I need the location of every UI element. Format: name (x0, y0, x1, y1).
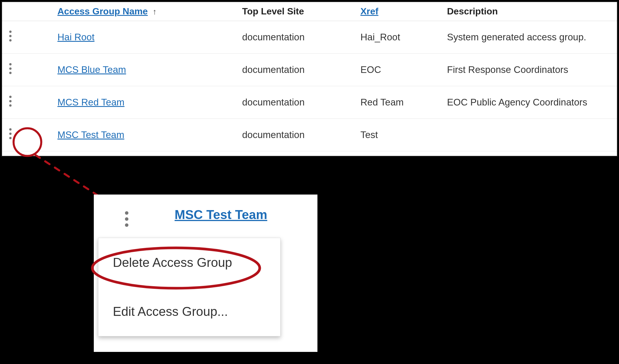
table-row: MCS Blue Team documentation EOC First Re… (2, 54, 617, 86)
table-row: MCS Red Team documentation Red Team EOC … (2, 86, 617, 119)
menu-item-delete-label: Delete Access Group (113, 255, 232, 270)
column-header-xref-label[interactable]: Xref (360, 6, 378, 16)
svg-line-13 (35, 155, 105, 200)
access-groups-table: Access Group Name ↑ Top Level Site Xref … (2, 2, 617, 151)
column-header-name-label[interactable]: Access Group Name (57, 6, 148, 16)
svg-point-16 (125, 223, 128, 227)
access-group-link[interactable]: MCS Blue Team (57, 64, 126, 75)
cell-xref: Red Team (357, 86, 444, 119)
column-header-site[interactable]: Top Level Site (239, 2, 357, 21)
svg-point-0 (9, 31, 12, 33)
cell-description: First Response Coordinators (444, 54, 617, 86)
popup-access-group-link[interactable]: MSC Test Team (175, 208, 267, 222)
svg-point-5 (9, 72, 12, 74)
cell-site: documentation (239, 54, 357, 86)
table-row: Hai Root documentation Hai_Root System g… (2, 21, 617, 54)
more-vertical-icon (9, 128, 12, 139)
column-header-name[interactable]: Access Group Name ↑ (54, 2, 239, 21)
cell-description: EOC Public Agency Coordinators (444, 86, 617, 119)
table-header-row: Access Group Name ↑ Top Level Site Xref … (2, 2, 617, 21)
svg-point-4 (9, 67, 12, 70)
column-header-xref[interactable]: Xref (357, 2, 444, 21)
table-row: MSC Test Team documentation Test (2, 119, 617, 151)
row-actions-popup-panel: MSC Test Team Delete Access Group Edit A… (94, 195, 317, 352)
column-header-description-label: Description (447, 6, 498, 16)
more-vertical-icon (9, 63, 12, 74)
menu-item-delete-access-group[interactable]: Delete Access Group (98, 238, 280, 287)
more-vertical-icon (9, 95, 12, 107)
column-header-site-label: Top Level Site (242, 6, 304, 16)
more-vertical-icon (9, 30, 12, 42)
access-groups-table-panel: Access Group Name ↑ Top Level Site Xref … (1, 1, 618, 157)
row-actions-button[interactable] (5, 125, 15, 143)
cell-description (444, 119, 617, 151)
svg-point-2 (9, 39, 12, 42)
menu-item-edit-access-group[interactable]: Edit Access Group... (98, 287, 280, 336)
access-group-link[interactable]: MSC Test Team (57, 129, 124, 140)
svg-point-9 (9, 128, 12, 131)
more-vertical-icon (125, 211, 129, 227)
cell-description: System generated access group. (444, 21, 617, 54)
column-header-description[interactable]: Description (444, 2, 617, 21)
svg-point-6 (9, 96, 12, 98)
row-actions-button[interactable] (5, 92, 15, 110)
popup-row-actions-button[interactable] (121, 208, 132, 231)
cell-xref: Hai_Root (357, 21, 444, 54)
cell-xref: EOC (357, 54, 444, 86)
svg-point-8 (9, 104, 12, 107)
row-actions-menu: Delete Access Group Edit Access Group... (98, 238, 280, 336)
svg-point-3 (9, 63, 12, 65)
svg-point-7 (9, 100, 12, 102)
menu-item-edit-label: Edit Access Group... (113, 304, 228, 319)
access-group-link[interactable]: Hai Root (57, 32, 94, 42)
access-group-link[interactable]: MCS Red Team (57, 97, 124, 107)
svg-point-1 (9, 35, 12, 37)
svg-point-15 (125, 217, 128, 221)
svg-point-14 (125, 211, 128, 215)
row-actions-button[interactable] (5, 27, 15, 45)
svg-point-10 (9, 133, 12, 135)
row-actions-button[interactable] (5, 59, 15, 78)
sort-asc-icon: ↑ (153, 7, 157, 16)
cell-xref: Test (357, 119, 444, 151)
cell-site: documentation (239, 21, 357, 54)
popup-header: MSC Test Team (94, 195, 317, 235)
svg-point-11 (9, 137, 12, 139)
cell-site: documentation (239, 86, 357, 119)
cell-site: documentation (239, 119, 357, 151)
